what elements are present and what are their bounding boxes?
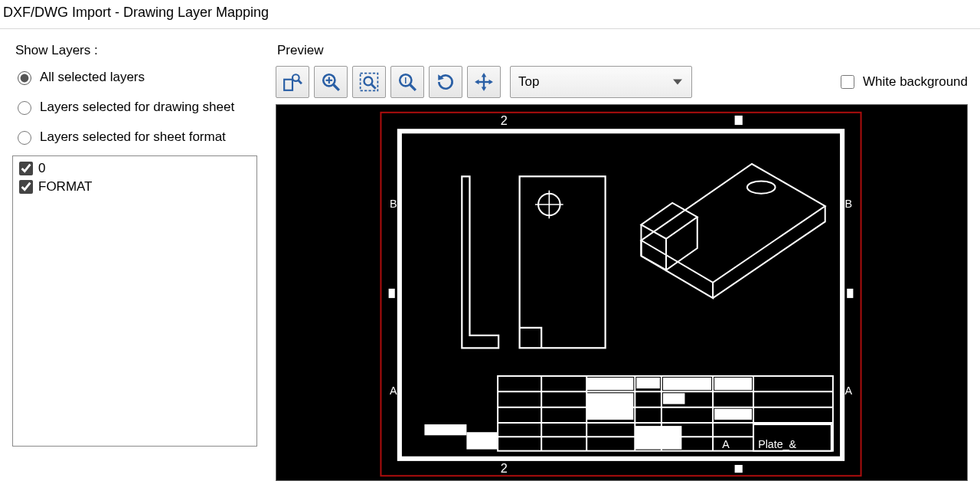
- view-orientation-value: Top: [518, 74, 539, 90]
- side-letter-right-b: B: [844, 198, 852, 210]
- content-area: Show Layers : All selected layers Layers…: [0, 29, 980, 481]
- svg-marker-16: [482, 73, 487, 77]
- svg-rect-50: [466, 432, 498, 449]
- side-letter-left-b: B: [390, 198, 397, 210]
- side-letter-right-a: A: [844, 384, 852, 397]
- pan-icon: [474, 72, 494, 92]
- layer-row-format[interactable]: FORMAT: [16, 178, 253, 196]
- radio-layers-sheet-format-label: Layers selected for sheet format: [40, 129, 226, 145]
- svg-rect-21: [735, 116, 743, 125]
- svg-marker-19: [489, 80, 493, 85]
- zoom-fit-button[interactable]: I: [390, 66, 424, 98]
- svg-rect-45: [663, 378, 711, 390]
- radio-layers-sheet-format[interactable]: Layers selected for sheet format: [14, 129, 257, 145]
- dialog-title: DXF/DWG Import - Drawing Layer Mapping: [0, 0, 980, 29]
- svg-line-11: [410, 84, 416, 90]
- left-pane: Show Layers : All selected layers Layers…: [12, 43, 257, 481]
- white-background-option[interactable]: White background: [838, 73, 968, 91]
- radio-all-selected-layers-input[interactable]: [18, 71, 31, 85]
- radio-all-selected-layers[interactable]: All selected layers: [14, 69, 257, 85]
- svg-line-2: [299, 80, 302, 83]
- ruler-bottom-number: 2: [501, 461, 508, 475]
- zoom-window-button[interactable]: [352, 66, 386, 98]
- svg-line-9: [371, 84, 375, 88]
- dialog-root: DXF/DWG Import - Drawing Layer Mapping S…: [0, 0, 980, 481]
- zoom-area-button[interactable]: [276, 66, 309, 98]
- svg-rect-26: [520, 176, 606, 348]
- titleblock-drawing-name: Plate_&: [758, 438, 796, 450]
- zoom-in-button[interactable]: [314, 66, 348, 98]
- white-background-label: White background: [863, 74, 968, 90]
- radio-layers-sheet-format-input[interactable]: [18, 131, 31, 145]
- show-layers-label: Show Layers :: [15, 43, 257, 58]
- svg-marker-18: [475, 80, 479, 85]
- refresh-button[interactable]: [429, 66, 462, 98]
- svg-point-1: [292, 74, 299, 81]
- titleblock-letter-a: A: [722, 438, 730, 450]
- layer-list[interactable]: 0 FORMAT: [12, 155, 257, 447]
- svg-marker-17: [482, 87, 487, 91]
- refresh-icon: [436, 72, 456, 92]
- svg-rect-42: [586, 378, 633, 390]
- preview-toolbar: I: [276, 66, 968, 104]
- svg-text:I: I: [404, 76, 407, 85]
- side-letter-left-a: A: [390, 384, 397, 397]
- radio-layers-drawing-sheet-label: Layers selected for drawing sheet: [40, 100, 234, 115]
- layer-name-format: FORMAT: [38, 178, 93, 195]
- preview-drawing: 2 2 B B A A: [276, 105, 967, 480]
- view-orientation-dropdown[interactable]: Top: [510, 66, 692, 98]
- layer-check-format[interactable]: [19, 180, 33, 194]
- layer-name-0: 0: [38, 160, 45, 177]
- svg-rect-24: [389, 289, 395, 298]
- svg-rect-51: [635, 426, 681, 450]
- svg-point-8: [364, 77, 373, 86]
- radio-layers-drawing-sheet-input[interactable]: [18, 101, 31, 115]
- zoom-fit-icon: I: [397, 72, 417, 92]
- zoom-area-icon: [283, 72, 302, 92]
- preview-canvas[interactable]: 2 2 B B A A: [276, 104, 968, 481]
- right-pane: Preview: [276, 43, 968, 481]
- svg-point-30: [747, 181, 776, 193]
- svg-rect-49: [424, 424, 466, 435]
- svg-rect-0: [284, 80, 292, 90]
- svg-rect-20: [381, 113, 861, 476]
- radio-layers-drawing-sheet[interactable]: Layers selected for drawing sheet: [14, 99, 257, 115]
- svg-rect-25: [847, 289, 853, 298]
- white-background-checkbox[interactable]: [841, 75, 854, 89]
- zoom-window-icon: [359, 72, 379, 92]
- svg-rect-46: [663, 393, 685, 404]
- svg-rect-22: [735, 465, 743, 473]
- layer-row-0[interactable]: 0: [16, 159, 253, 178]
- zoom-in-icon: [321, 72, 341, 92]
- ruler-top-number: 2: [501, 113, 508, 127]
- svg-line-4: [333, 84, 339, 90]
- svg-rect-47: [714, 378, 752, 390]
- svg-rect-44: [636, 378, 660, 388]
- pan-button[interactable]: [467, 66, 501, 98]
- preview-label: Preview: [277, 43, 968, 58]
- radio-all-selected-layers-label: All selected layers: [40, 70, 145, 85]
- layer-check-0[interactable]: [19, 162, 33, 175]
- svg-rect-43: [586, 393, 633, 420]
- svg-rect-48: [714, 409, 752, 420]
